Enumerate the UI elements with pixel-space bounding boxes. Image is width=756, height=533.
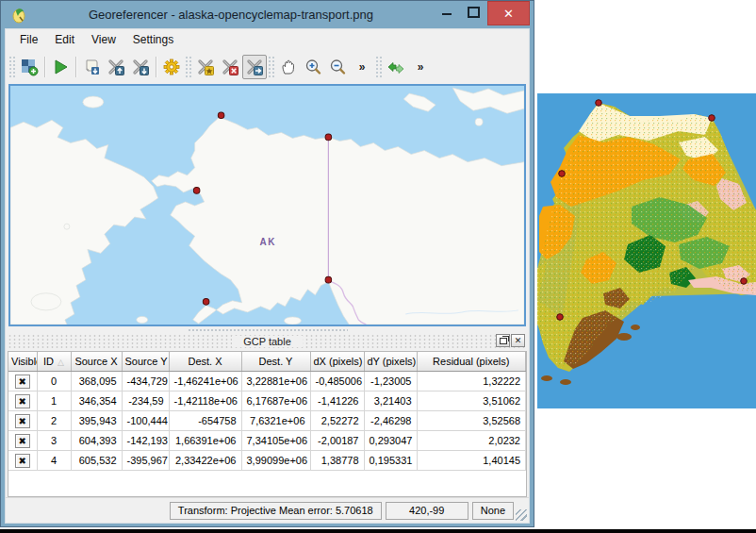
gcp-marker[interactable]	[557, 314, 564, 321]
gcp-marker[interactable]	[193, 188, 200, 194]
delete-point-button[interactable]	[218, 55, 242, 79]
toolbar-handle[interactable]	[8, 56, 16, 78]
visible-checkbox[interactable]: ✖	[15, 414, 30, 428]
cell-dest-x[interactable]: -1,42118e+06	[169, 391, 241, 411]
maximize-button[interactable]	[460, 1, 487, 22]
gcp-marker[interactable]	[325, 134, 332, 141]
gcp-marker[interactable]	[218, 112, 224, 119]
cell-source-y[interactable]: -434,729	[122, 372, 169, 391]
open-raster-button[interactable]	[17, 55, 41, 79]
source-image-canvas[interactable]: AK	[8, 84, 526, 326]
cell-dy[interactable]: 0,195331	[364, 451, 417, 471]
gcp-panel-titlebar[interactable]: GCP table ✕	[8, 333, 527, 350]
dock-float-button[interactable]	[496, 334, 510, 347]
generate-gdal-script-button[interactable]	[79, 55, 104, 79]
column-header-visible[interactable]: Visible	[8, 352, 37, 372]
gcp-row-3[interactable]: ✖3604,393-142,1931,66391e+067,34105e+06-…	[8, 431, 526, 451]
menu-item-settings[interactable]: Settings	[124, 31, 182, 48]
transformation-settings-button[interactable]	[159, 55, 184, 79]
minimize-button[interactable]	[433, 1, 460, 22]
column-header-dy-pixels[interactable]: dY (pixels)	[364, 352, 417, 372]
cell-source-x[interactable]: 368,095	[71, 372, 122, 391]
gcp-marker[interactable]	[709, 115, 715, 122]
cell-dx[interactable]: 1,38778	[310, 451, 364, 471]
cell-dx[interactable]: -2,00187	[310, 431, 364, 451]
column-header-source-x[interactable]: Source X	[71, 352, 122, 372]
move-point-button[interactable]	[242, 55, 267, 79]
resize-grip[interactable]	[516, 509, 527, 521]
visible-checkbox[interactable]: ✖	[15, 394, 30, 408]
cell-dest-y[interactable]: 7,6321e+06	[241, 411, 310, 431]
cell-dest-y[interactable]: 3,99099e+06	[241, 451, 310, 471]
menu-item-edit[interactable]: Edit	[46, 31, 83, 48]
toolbar-handle[interactable]	[268, 56, 275, 78]
column-header-dx-pixels[interactable]: dX (pixels)	[310, 352, 364, 372]
menu-item-view[interactable]: View	[83, 31, 124, 48]
cell-source-y[interactable]: -142,193	[122, 431, 169, 451]
cell-dx[interactable]: -0,485006	[310, 372, 364, 391]
cell-dy[interactable]: 3,21403	[364, 391, 417, 411]
start-georeferencing-button[interactable]	[48, 55, 73, 79]
column-header-dest-y[interactable]: Dest. Y	[241, 352, 310, 372]
close-button[interactable]: ✕	[487, 1, 530, 25]
cell-residual[interactable]: 3,52568	[417, 411, 526, 431]
cell-dest-x[interactable]: 2,33422e+06	[169, 451, 241, 471]
cell-residual[interactable]: 3,51062	[417, 391, 526, 411]
cell-residual[interactable]: 1,32222	[417, 372, 526, 391]
visible-checkbox[interactable]: ✖	[15, 434, 30, 448]
cell-residual[interactable]: 1,40145	[417, 451, 526, 471]
save-gcp-points-button[interactable]	[128, 55, 153, 79]
cell-source-x[interactable]: 346,354	[71, 391, 122, 411]
cell-dy[interactable]: -2,46298	[364, 411, 417, 431]
gcp-row-4[interactable]: ✖4605,532-395,9672,33422e+063,99099e+061…	[8, 451, 526, 471]
gcp-marker[interactable]	[325, 276, 332, 283]
cell-dest-y[interactable]: 3,22881e+06	[241, 372, 310, 391]
cell-source-x[interactable]: 604,393	[71, 431, 122, 451]
menu-item-file[interactable]: File	[11, 31, 46, 48]
cell-dy[interactable]: 0,293047	[364, 431, 417, 451]
gcp-marker[interactable]	[559, 171, 566, 177]
gcp-row-2[interactable]: ✖2395,943-100,444-6547587,6321e+062,5227…	[8, 411, 526, 431]
visible-checkbox[interactable]: ✖	[15, 454, 30, 468]
cell-dest-y[interactable]: 6,17687e+06	[241, 391, 310, 411]
toolbar-handle[interactable]	[185, 56, 192, 78]
cell-source-x[interactable]: 605,532	[71, 451, 122, 471]
overflow-2-chevron-button[interactable]: »	[408, 55, 433, 79]
overflow-chevron-button[interactable]: »	[350, 55, 374, 79]
toolbar-handle[interactable]	[375, 56, 383, 78]
cell-dest-x[interactable]: -1,46241e+06	[169, 372, 241, 391]
column-header-source-y[interactable]: Source Y	[122, 352, 169, 372]
load-gcp-points-button[interactable]	[104, 55, 128, 79]
cell-id[interactable]: 0	[37, 372, 71, 391]
cell-dx[interactable]: -1,41226	[310, 391, 364, 411]
visible-checkbox[interactable]: ✖	[15, 375, 30, 389]
gcp-marker[interactable]	[203, 298, 209, 305]
cell-source-y[interactable]: -100,444	[122, 411, 169, 431]
gcp-marker[interactable]	[741, 278, 748, 285]
add-point-button[interactable]	[193, 55, 218, 79]
cell-dest-x[interactable]: -654758	[169, 411, 241, 431]
cell-dx[interactable]: 2,52272	[310, 411, 364, 431]
cell-source-y[interactable]: -234,59	[122, 391, 169, 411]
gcp-row-1[interactable]: ✖1346,354-234,59-1,42118e+066,17687e+06-…	[8, 391, 526, 411]
column-header-residual-pixels[interactable]: Residual (pixels)	[417, 352, 526, 372]
cell-dy[interactable]: -1,23005	[364, 372, 417, 391]
dock-close-button[interactable]: ✕	[511, 334, 525, 347]
panel-splitter[interactable]	[6, 326, 529, 333]
column-header-id[interactable]: ID△	[37, 352, 71, 372]
cell-id[interactable]: 2	[37, 411, 71, 431]
cell-id[interactable]: 1	[37, 391, 71, 411]
gcp-marker[interactable]	[596, 100, 602, 107]
zoom-out-button[interactable]	[325, 55, 350, 79]
cell-source-x[interactable]: 395,943	[71, 411, 122, 431]
gcp-row-0[interactable]: ✖0368,095-434,729-1,46241e+063,22881e+06…	[8, 372, 526, 391]
column-header-dest-x[interactable]: Dest. X	[169, 352, 241, 372]
cell-id[interactable]: 4	[37, 451, 71, 471]
zoom-to-layer-button[interactable]	[384, 55, 408, 79]
cell-residual[interactable]: 2,0232	[417, 431, 526, 451]
pan-button[interactable]	[276, 55, 301, 79]
cell-dest-y[interactable]: 7,34105e+06	[241, 431, 310, 451]
qgis-map-canvas[interactable]	[537, 93, 756, 408]
zoom-in-button[interactable]	[301, 55, 325, 79]
cell-id[interactable]: 3	[37, 431, 71, 451]
